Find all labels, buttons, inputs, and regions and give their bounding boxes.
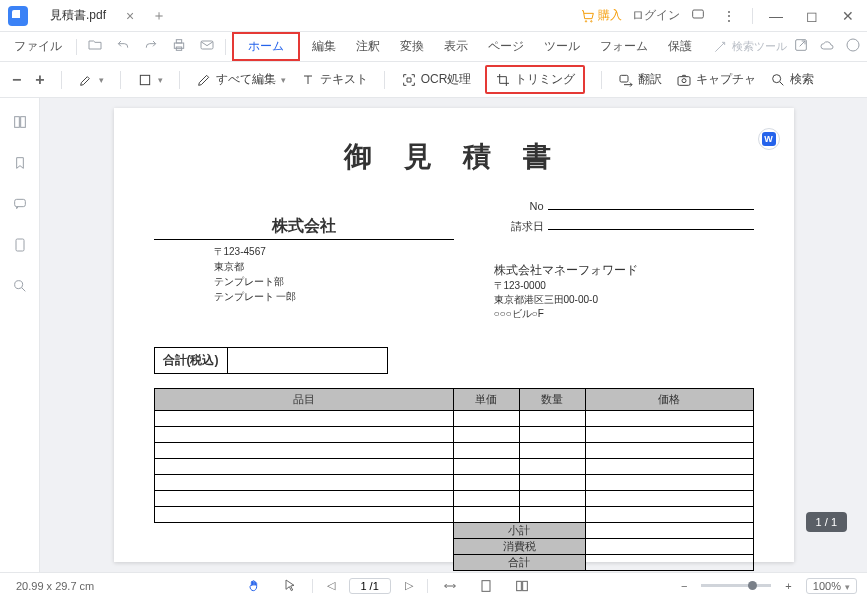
translate-button[interactable]: 翻訳	[618, 71, 662, 88]
table-row	[154, 507, 753, 523]
maximize-button[interactable]: ◻	[799, 8, 825, 24]
help-icon[interactable]	[845, 37, 861, 56]
svg-rect-11	[678, 76, 690, 85]
titlebar: 見積書.pdf × ＋ 購入 ログイン ⋮ — ◻ ✕	[0, 0, 867, 32]
table-row	[154, 491, 753, 507]
print-icon[interactable]	[167, 37, 191, 56]
total-row: 合計	[154, 555, 753, 571]
svg-rect-2	[693, 10, 704, 18]
no-field	[548, 196, 754, 210]
comment-icon[interactable]	[12, 196, 28, 215]
table-row	[154, 459, 753, 475]
share-icon[interactable]	[793, 37, 809, 56]
shape-tool[interactable]: ▾	[137, 72, 163, 88]
page-dimensions: 20.99 x 29.7 cm	[10, 580, 100, 592]
fit-page-icon[interactable]	[472, 578, 500, 594]
svg-rect-3	[174, 43, 183, 48]
menubar: ファイル ホーム 編集 注釈 変換 表示 ページ ツール フォーム 保護 検索ツ…	[0, 32, 867, 62]
cloud-icon[interactable]	[819, 37, 835, 56]
svg-rect-9	[140, 75, 149, 84]
menu-view[interactable]: 表示	[436, 36, 476, 57]
bookmark-icon[interactable]	[12, 155, 28, 174]
th-price: 価格	[585, 389, 753, 411]
zoom-in-status[interactable]: +	[779, 580, 797, 592]
open-icon[interactable]	[83, 37, 107, 56]
layout-icon[interactable]	[508, 578, 536, 594]
tab-filename: 見積書.pdf	[50, 7, 106, 24]
search-tool[interactable]: 検索ツール	[712, 39, 787, 55]
table-row	[154, 411, 753, 427]
svg-rect-14	[14, 117, 19, 128]
undo-icon[interactable]	[111, 37, 135, 56]
company-main: 株式会社	[154, 216, 454, 240]
doc-title: 御 見 積 書	[154, 138, 754, 176]
email-icon[interactable]	[195, 37, 219, 56]
menu-page[interactable]: ページ	[480, 36, 532, 57]
search-panel-icon[interactable]	[12, 278, 28, 297]
menu-edit[interactable]: 編集	[304, 36, 344, 57]
reqdate-field	[548, 216, 754, 230]
edit-all-button[interactable]: すべて編集▾	[196, 71, 286, 88]
file-tab[interactable]: 見積書.pdf ×	[36, 2, 144, 30]
zoom-level-select[interactable]: 100% ▾	[806, 578, 857, 594]
zoom-slider[interactable]	[701, 584, 771, 587]
menu-tool[interactable]: ツール	[536, 36, 588, 57]
text-icon	[300, 72, 316, 88]
table-row	[154, 427, 753, 443]
svg-point-12	[682, 78, 686, 82]
minimize-button[interactable]: —	[763, 8, 789, 24]
camera-icon	[676, 72, 692, 88]
search-button[interactable]: 検索	[770, 71, 814, 88]
redo-icon[interactable]	[139, 37, 163, 56]
fit-width-icon[interactable]	[436, 578, 464, 594]
page-content: W 御 見 積 書 株式会社 〒123-4567 東京都 テンプレート部 テンプ…	[114, 108, 794, 562]
login-link[interactable]: ログイン	[632, 7, 680, 24]
menu-protect[interactable]: 保護	[660, 36, 700, 57]
svg-rect-21	[522, 581, 527, 590]
attachment-icon[interactable]	[12, 237, 28, 256]
hand-tool-icon[interactable]	[240, 578, 268, 594]
capture-button[interactable]: キャプチャ	[676, 71, 756, 88]
page-number-input[interactable]	[349, 578, 391, 594]
text-button[interactable]: テキスト	[300, 71, 368, 88]
reqdate-label: 請求日	[494, 219, 544, 234]
notification-icon[interactable]	[690, 6, 706, 25]
buy-link[interactable]: 購入	[580, 7, 622, 24]
menu-form[interactable]: フォーム	[592, 36, 656, 57]
sidebar	[0, 98, 40, 572]
zoom-in-button[interactable]: +	[35, 71, 44, 89]
sender-dept: テンプレート部	[214, 274, 454, 289]
trim-button[interactable]: トリミング	[485, 65, 585, 94]
tax-row: 消費税	[154, 539, 753, 555]
total-value	[228, 347, 388, 374]
svg-rect-10	[620, 75, 628, 82]
supplier-postal: 〒123-0000	[494, 279, 754, 293]
menu-home[interactable]: ホーム	[232, 32, 300, 61]
prev-page-button[interactable]: ◁	[321, 579, 341, 592]
word-badge[interactable]: W	[758, 128, 780, 150]
th-unit: 単価	[454, 389, 520, 411]
document-canvas[interactable]: W 御 見 積 書 株式会社 〒123-4567 東京都 テンプレート部 テンプ…	[40, 98, 867, 572]
thumbnails-icon[interactable]	[12, 114, 28, 133]
table-row	[154, 443, 753, 459]
menu-file[interactable]: ファイル	[6, 36, 70, 57]
menu-convert[interactable]: 変換	[392, 36, 432, 57]
next-page-button[interactable]: ▷	[399, 579, 419, 592]
close-tab-icon[interactable]: ×	[126, 8, 134, 24]
sender-person: テンプレート 一郎	[214, 289, 454, 304]
ocr-button[interactable]: OCR処理	[401, 71, 472, 88]
new-tab-button[interactable]: ＋	[152, 7, 166, 25]
menu-dots-icon[interactable]: ⋮	[716, 8, 742, 24]
select-tool-icon[interactable]	[276, 578, 304, 594]
page-indicator: 1 / 1	[806, 512, 847, 532]
supplier-name: 株式会社マネーフォワード	[494, 262, 754, 279]
close-window-button[interactable]: ✕	[835, 8, 861, 24]
svg-point-1	[591, 20, 592, 21]
zoom-out-status[interactable]: −	[675, 580, 693, 592]
zoom-out-button[interactable]: −	[12, 71, 21, 89]
svg-rect-19	[482, 580, 490, 591]
sender-postal: 〒123-4567	[214, 244, 454, 259]
menu-annotate[interactable]: 注釈	[348, 36, 388, 57]
ocr-icon	[401, 72, 417, 88]
highlighter-tool[interactable]: ▾	[78, 72, 104, 88]
